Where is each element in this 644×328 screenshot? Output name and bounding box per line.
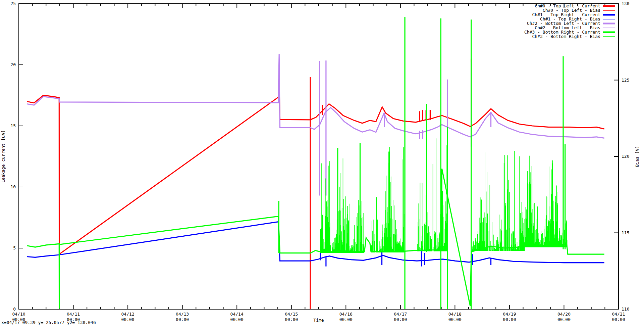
- axes: [19, 4, 619, 309]
- y-tick-label: 15: [10, 123, 16, 128]
- x-tick-time: 00:00: [612, 317, 625, 322]
- x-tick-date: 04/20: [557, 312, 571, 317]
- x-tick-time: 00:00: [339, 317, 353, 322]
- x-axis-title: Time: [313, 318, 324, 323]
- y-tick-label: 25: [10, 1, 16, 6]
- y-tick-label: 5: [13, 245, 16, 250]
- legend-item-label: Ch#3 - Bottom Right - Bias: [532, 34, 601, 39]
- x-tick-time: 00:00: [230, 317, 244, 322]
- y2-tick-label: 125: [622, 78, 629, 83]
- x-tick-date: 04/17: [394, 312, 407, 317]
- x-tick-date: 04/13: [176, 312, 189, 317]
- x-tick-time: 00:00: [394, 317, 407, 322]
- y2-tick-label: 120: [622, 154, 629, 159]
- x-tick-time: 00:00: [176, 317, 189, 322]
- x-tick-time: 00:00: [121, 317, 135, 322]
- x-tick-date: 04/14: [230, 312, 244, 317]
- x-tick-date: 04/12: [121, 312, 135, 317]
- gnuplot-window: 051015202511011512012513004/1000:0004/11…: [0, 0, 644, 328]
- y2-tick-label: 130: [622, 1, 629, 6]
- y2-tick-label: 110: [622, 307, 629, 312]
- x-tick-date: 04/10: [12, 312, 25, 317]
- series-ch-2-bottom-left-current: [27, 54, 604, 195]
- x-tick-date: 04/18: [448, 312, 462, 317]
- leakage-bias-chart[interactable]: 051015202511011512012513004/1000:0004/11…: [0, 0, 644, 323]
- legend: Ch#0 - Top Left - CurrentCh#0 - Top Left…: [524, 3, 615, 39]
- x-tick-date: 04/16: [339, 312, 353, 317]
- series-ch-3-bottom-right-current: [27, 17, 604, 309]
- x-tick-date: 04/21: [612, 312, 625, 317]
- x-tick-time: 00:00: [503, 317, 516, 322]
- series-ch-0-top-left-current: [27, 59, 604, 309]
- y-tick-label: 10: [10, 184, 16, 189]
- series-ch-1-top-right-current: [27, 222, 604, 267]
- x-tick-date: 04/11: [67, 312, 80, 317]
- y2-axis-title: Bias [V]: [635, 146, 640, 167]
- x-tick-time: 00:00: [557, 317, 571, 322]
- x-tick-date: 04/15: [285, 312, 298, 317]
- y2-tick-label: 115: [622, 230, 629, 235]
- cursor-readout: x=04/17 09:39 y= 25.0577 y2= 130.046: [1, 320, 96, 325]
- plot-series: [27, 3, 604, 309]
- x-tick-time: 00:00: [448, 317, 462, 322]
- y-tick-label: 20: [10, 62, 16, 67]
- x-tick-date: 04/19: [503, 312, 516, 317]
- y-axis-title: Leakage current [uA]: [1, 130, 6, 183]
- x-tick-time: 00:00: [285, 317, 298, 322]
- y-tick-label: 0: [13, 307, 16, 312]
